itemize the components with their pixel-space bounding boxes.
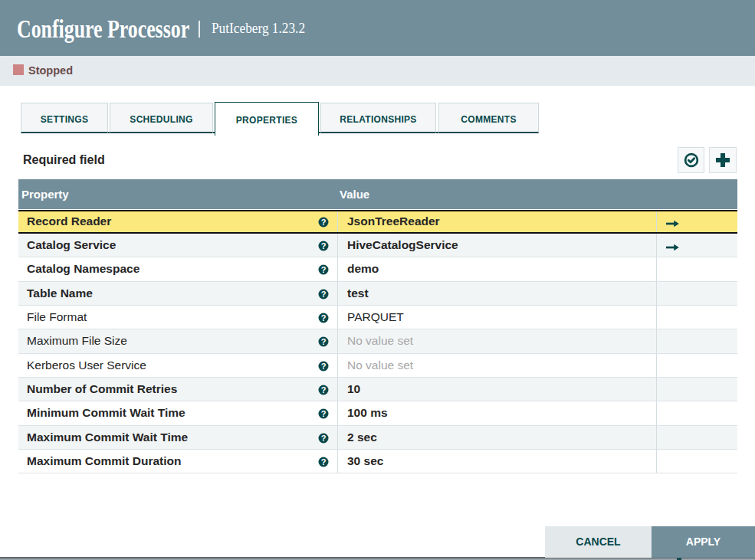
svg-text:?: ? <box>321 290 327 299</box>
svg-text:?: ? <box>321 385 327 395</box>
svg-text:?: ? <box>321 337 327 346</box>
svg-text:?: ? <box>321 434 327 443</box>
svg-text:?: ? <box>321 218 327 227</box>
svg-text:?: ? <box>321 265 327 274</box>
svg-text:?: ? <box>321 362 327 371</box>
svg-text:?: ? <box>321 313 327 323</box>
svg-text:?: ? <box>321 457 327 467</box>
svg-text:?: ? <box>321 409 327 418</box>
svg-text:?: ? <box>321 241 327 251</box>
